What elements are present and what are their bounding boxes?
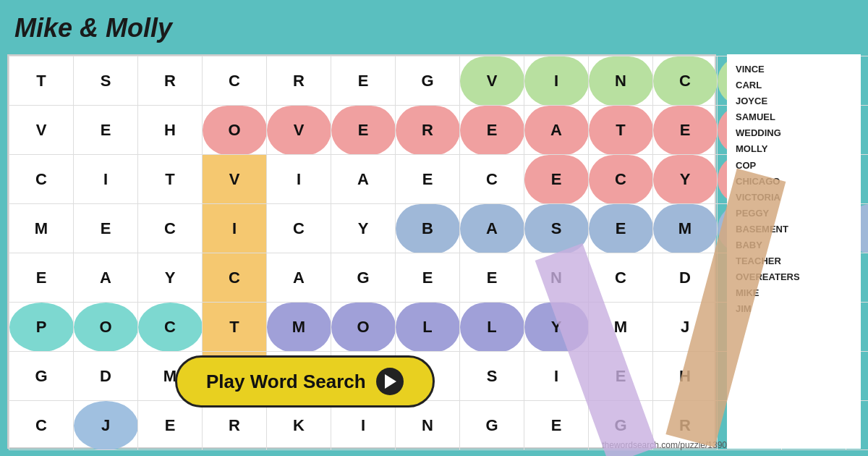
grid-cell: Y	[138, 253, 203, 303]
grid-cell: E	[74, 204, 138, 253]
grid-cell: G	[331, 253, 396, 303]
page-title: Mike & Molly	[14, 13, 172, 43]
grid-cell: C	[653, 56, 718, 106]
grid-cell: C	[138, 303, 203, 352]
grid-cell: E	[138, 401, 203, 450]
grid-cell: D	[74, 352, 138, 401]
grid-cell: I	[203, 204, 267, 253]
grid-cell: E	[331, 106, 396, 155]
grid-cell: O	[203, 106, 267, 155]
grid-cell: B	[396, 204, 460, 253]
grid-cell: C	[138, 204, 203, 253]
grid-cell: N	[396, 401, 460, 450]
play-triangle	[385, 374, 396, 389]
grid-cell: J	[74, 401, 138, 450]
grid-cell: H	[138, 106, 203, 155]
grid-cell: V	[9, 106, 74, 155]
grid-cell: C	[203, 253, 267, 303]
grid-cell: Y	[331, 204, 396, 253]
word-list-item: JIM	[736, 301, 852, 317]
grid-cell: A	[267, 253, 331, 303]
grid-cell: E	[524, 155, 589, 204]
grid-cell: T	[9, 56, 74, 106]
grid-cell: T	[203, 303, 267, 352]
grid-cell: I	[331, 401, 396, 450]
grid-cell: G	[396, 56, 460, 106]
grid-cell: E	[460, 253, 524, 303]
puzzle-container: T S R C R E G V I N C E G J V E H O	[7, 54, 716, 449]
play-button-label: Play Word Search	[206, 371, 366, 393]
grid-cell: M	[653, 204, 718, 253]
grid-cell: C	[9, 155, 74, 204]
grid-cell: L	[460, 303, 524, 352]
grid-cell: M	[267, 303, 331, 352]
grid-cell: C	[589, 155, 653, 204]
grid-cell: T	[589, 106, 653, 155]
grid-cell: C	[267, 204, 331, 253]
grid-cell: E	[9, 253, 74, 303]
grid-cell: P	[9, 303, 74, 352]
grid-cell: E	[524, 401, 589, 450]
grid-cell: A	[74, 253, 138, 303]
word-list-item: WEDDING	[736, 125, 852, 141]
grid-cell: V	[460, 56, 524, 106]
word-list-item: VINCE	[736, 62, 852, 77]
grid-cell: V	[267, 106, 331, 155]
grid-cell: S	[460, 352, 524, 401]
grid-cell: R	[396, 106, 460, 155]
play-word-search-button[interactable]: Play Word Search	[175, 355, 435, 408]
grid-cell: L	[396, 303, 460, 352]
grid-cell: E	[74, 106, 138, 155]
grid-cell: R	[203, 401, 267, 450]
grid-cell: O	[74, 303, 138, 352]
grid-cell: A	[331, 155, 396, 204]
grid-cell: R	[267, 56, 331, 106]
grid-cell: E	[396, 155, 460, 204]
grid-cell: O	[331, 303, 396, 352]
grid-cell: I	[524, 56, 589, 106]
grid-cell: I	[267, 155, 331, 204]
word-list-item: MOLLY	[736, 141, 852, 157]
grid-cell: E	[331, 56, 396, 106]
grid-cell: G	[460, 401, 524, 450]
grid-cell: Y	[653, 155, 718, 204]
grid-cell: G	[9, 352, 74, 401]
grid-cell: S	[74, 56, 138, 106]
word-list-item: JOYCE	[736, 93, 852, 109]
grid-cell: E	[396, 253, 460, 303]
grid-cell: E	[653, 106, 718, 155]
grid-cell: A	[524, 106, 589, 155]
grid-cell: K	[267, 401, 331, 450]
grid-cell: T	[138, 155, 203, 204]
grid-cell: M	[9, 204, 74, 253]
grid-cell: N	[589, 56, 653, 106]
play-icon	[376, 368, 404, 395]
word-list-item: CARL	[736, 77, 852, 93]
grid-cell: C	[203, 56, 267, 106]
grid-cell: C	[9, 401, 74, 450]
word-list-item: SAMUEL	[736, 109, 852, 125]
grid-cell: R	[138, 56, 203, 106]
grid-cell: I	[74, 155, 138, 204]
grid-cell: V	[203, 155, 267, 204]
word-list-item: COP	[736, 158, 852, 174]
grid-cell: E	[460, 106, 524, 155]
grid-cell: C	[460, 155, 524, 204]
grid-cell: A	[460, 204, 524, 253]
grid-cell: E	[589, 204, 653, 253]
